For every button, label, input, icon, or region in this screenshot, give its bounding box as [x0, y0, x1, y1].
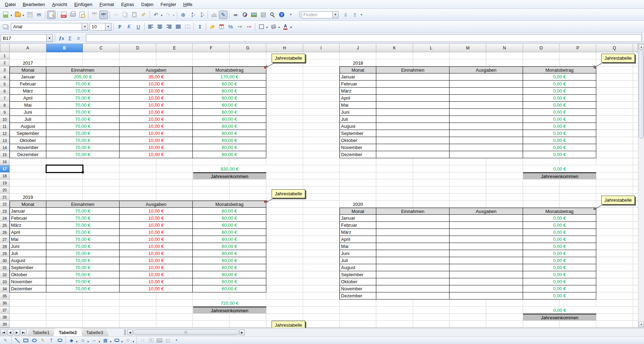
einnahmen-cell[interactable]: 70,00 €: [46, 116, 120, 123]
einnahmen-cell[interactable]: 70,00 €: [46, 102, 120, 109]
tab-splitter[interactable]: [124, 330, 126, 335]
select-icon[interactable]: ↖: [2, 337, 10, 344]
scroll-down-icon[interactable]: ▼: [639, 322, 644, 327]
monatsbetrag-cell[interactable]: 0,00 €: [523, 285, 596, 292]
row-header-3[interactable]: 3: [0, 66, 10, 73]
ausgaben-cell[interactable]: [449, 81, 523, 88]
ausgaben-cell[interactable]: 10,00 €: [120, 222, 193, 229]
table-header-cell[interactable]: Monatsbetrag: [523, 66, 596, 73]
ausgaben-cell[interactable]: [449, 102, 523, 109]
month-cell[interactable]: November: [10, 144, 46, 151]
align-center-icon[interactable]: [156, 23, 164, 31]
monatsbetrag-cell[interactable]: 0,00 €: [523, 271, 596, 278]
month-cell[interactable]: Juni: [340, 109, 376, 116]
row-header-35[interactable]: 35: [0, 292, 10, 299]
chevron-down-icon[interactable]: ▾: [290, 26, 292, 29]
einnahmen-cell[interactable]: 70,00 €: [46, 257, 120, 264]
row-header-20[interactable]: 20: [0, 186, 10, 194]
basic-shapes-icon[interactable]: ◆▾: [68, 337, 75, 344]
einnahmen-cell[interactable]: [376, 95, 449, 102]
column-header-A[interactable]: A: [10, 44, 46, 52]
ausgaben-cell[interactable]: 10,00 €: [120, 236, 193, 243]
edit-file-icon[interactable]: ✎: [47, 11, 56, 19]
ausgaben-cell[interactable]: [449, 88, 523, 95]
month-cell[interactable]: Juli: [10, 250, 46, 257]
month-cell[interactable]: März: [10, 222, 46, 229]
callouts-icon[interactable]: ▾: [113, 337, 121, 344]
cut-icon[interactable]: ✂: [112, 11, 120, 19]
month-cell[interactable]: März: [10, 88, 46, 95]
einnahmen-cell[interactable]: [376, 116, 449, 123]
row-header-22[interactable]: 22: [0, 201, 10, 208]
row-header-28[interactable]: 28: [0, 243, 10, 250]
ausgaben-cell[interactable]: 10,00 €: [120, 151, 193, 158]
from-file-icon[interactable]: [156, 337, 163, 344]
monatsbetrag-cell[interactable]: 0,00 €: [523, 215, 596, 222]
month-cell[interactable]: Januar: [10, 208, 46, 215]
selection-handle[interactable]: [82, 171, 84, 173]
flowchart-icon[interactable]: ▦▾: [101, 337, 109, 344]
find-toolbar-overflow-icon[interactable]: ▾: [361, 13, 362, 16]
chevron-down-icon[interactable]: ▾: [11, 14, 12, 17]
month-cell[interactable]: August: [10, 123, 46, 130]
chevron-down-icon[interactable]: ▼: [46, 35, 52, 42]
einnahmen-cell[interactable]: [376, 130, 449, 137]
table-header-cell[interactable]: Einnahmen: [376, 208, 449, 215]
row-header-9[interactable]: 9: [0, 109, 10, 116]
month-cell[interactable]: Februar: [10, 215, 46, 222]
year-label-2017[interactable]: 2017: [10, 59, 46, 66]
ausgaben-cell[interactable]: 10,00 €: [120, 130, 193, 137]
copy-icon[interactable]: [121, 11, 129, 19]
ausgaben-cell[interactable]: 10,00 €: [120, 257, 193, 264]
einnahmen-cell[interactable]: 70,00 €: [46, 144, 120, 151]
row-header-6[interactable]: 6: [0, 88, 10, 95]
einnahmen-cell[interactable]: 70,00 €: [46, 243, 120, 250]
select-all-corner[interactable]: [0, 44, 10, 52]
monatsbetrag-cell[interactable]: 60,00 €: [193, 264, 266, 271]
pdf-export-icon[interactable]: PDF: [59, 11, 68, 19]
row-header-8[interactable]: 8: [0, 102, 10, 109]
scroll-left-icon[interactable]: ◀: [127, 330, 133, 335]
row-header-26[interactable]: 26: [0, 229, 10, 236]
monatsbetrag-cell[interactable]: 0,00 €: [523, 130, 596, 137]
ausgaben-cell[interactable]: [449, 292, 523, 299]
monatsbetrag-cell[interactable]: 0,00 €: [523, 137, 596, 144]
redo-icon[interactable]: ↷▾: [164, 11, 172, 19]
delete-decimal-icon[interactable]: ×.0: [245, 23, 253, 31]
row-header-4[interactable]: 4: [0, 73, 10, 81]
table-header-cell[interactable]: Einnahmen: [46, 201, 120, 208]
name-box[interactable]: B17 ▼: [1, 34, 53, 42]
symbol-shapes-icon[interactable]: ☺▾: [79, 337, 87, 344]
chevron-down-icon[interactable]: ▾: [133, 340, 134, 343]
ausgaben-cell[interactable]: 10,00 €: [120, 208, 193, 215]
spellcheck-icon[interactable]: ABC✓: [90, 11, 99, 19]
stars-icon[interactable]: ☆▾: [124, 337, 132, 344]
ausgaben-cell[interactable]: [449, 222, 523, 229]
einnahmen-cell[interactable]: [376, 229, 449, 236]
hyperlink-icon[interactable]: ⊕: [179, 11, 187, 19]
text-box-icon[interactable]: T: [47, 337, 55, 344]
menu-item-daten[interactable]: Daten: [138, 1, 157, 8]
einnahmen-cell[interactable]: [376, 215, 449, 222]
row-header-14[interactable]: 14: [0, 144, 10, 151]
number-format-date-icon[interactable]: 1: [217, 23, 226, 31]
function-wizard-icon[interactable]: ƒx: [57, 34, 66, 42]
row-header-19[interactable]: 19: [0, 179, 10, 186]
einnahmen-cell[interactable]: 70,00 €: [46, 109, 120, 116]
previous-sheet-icon[interactable]: ◀: [7, 329, 13, 336]
einnahmen-cell[interactable]: [376, 137, 449, 144]
italic-icon[interactable]: K: [125, 23, 133, 31]
row-header-13[interactable]: 13: [0, 137, 10, 144]
chevron-down-icon[interactable]: ▾: [23, 14, 24, 17]
einnahmen-cell[interactable]: 70,00 €: [46, 88, 120, 95]
number-format-percent-icon[interactable]: %: [226, 23, 235, 31]
ausgaben-cell[interactable]: [449, 144, 523, 151]
einnahmen-cell[interactable]: 70,00 €: [46, 285, 120, 292]
chart-icon[interactable]: [210, 11, 218, 19]
month-cell[interactable]: Juli: [10, 116, 46, 123]
column-header-H[interactable]: H: [266, 44, 303, 52]
row-header-18[interactable]: 18: [0, 172, 10, 179]
rectangle-icon[interactable]: [22, 337, 30, 344]
ausgaben-cell[interactable]: 10,00 €: [120, 116, 193, 123]
column-header-G[interactable]: G: [230, 44, 266, 52]
